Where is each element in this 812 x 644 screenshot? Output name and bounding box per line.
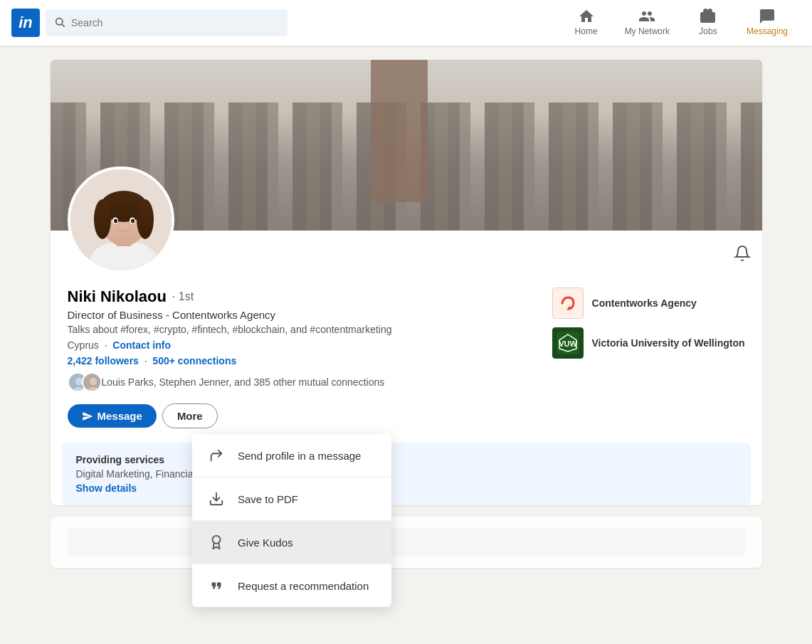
profile-right: Contentworks Agency VUW Victoria Univers… [552, 287, 745, 428]
main-content: Niki Nikolaou · 1st Director of Business… [51, 46, 762, 568]
services-list: Digital Marketing, Financial Analysis, S… [76, 468, 737, 480]
profile-location: Cyprus · Contact info [68, 339, 552, 351]
svg-line-1 [62, 24, 65, 27]
nav-items: Home My Network Jobs Messaging [561, 0, 801, 46]
nav-item-messaging[interactable]: Messaging [734, 0, 801, 46]
vuw-name: Victoria University of Wellington [592, 337, 745, 349]
home-label: Home [575, 26, 598, 36]
profile-name: Niki Nikolaou [68, 287, 167, 306]
services-title: Providing services [76, 454, 737, 465]
more-button[interactable]: More [162, 403, 218, 428]
quote-icon [206, 576, 226, 596]
svg-point-18 [90, 378, 97, 386]
profile-left: Niki Nikolaou · 1st Director of Business… [68, 287, 552, 428]
messaging-icon [759, 8, 776, 25]
profile-title: Director of Business - Contentworks Agen… [68, 309, 552, 321]
dropdown-save-pdf[interactable]: Save to PDF [192, 477, 391, 521]
dropdown-give-kudos[interactable]: Give Kudos [192, 521, 391, 564]
nav-item-jobs[interactable]: Jobs [682, 0, 734, 46]
vuw-logo: VUW [552, 327, 584, 359]
messaging-label: Messaging [747, 26, 788, 36]
nav-item-my-network[interactable]: My Network [612, 0, 682, 46]
profile-actions: Message More [68, 403, 552, 428]
show-details-link[interactable]: Show details [76, 482, 137, 494]
dropdown-save-pdf-label: Save to PDF [238, 493, 298, 505]
award-icon [206, 532, 226, 552]
jobs-label: Jobs [699, 26, 717, 36]
contentworks-name: Contentworks Agency [592, 297, 697, 309]
my-network-label: My Network [625, 26, 670, 36]
forward-icon [206, 445, 226, 465]
avatar-image [70, 169, 172, 270]
svg-point-9 [137, 199, 154, 239]
followers-count[interactable]: 2,422 [68, 355, 93, 366]
activity-card [51, 517, 762, 568]
dropdown-request-recommendation-label: Request a recommendation [238, 580, 369, 592]
profile-main: Niki Nikolaou · 1st Director of Business… [68, 287, 745, 428]
svg-point-13 [131, 219, 135, 223]
company-item-vuw[interactable]: VUW Victoria University of Wellington [552, 327, 745, 359]
svg-text:VUW: VUW [559, 339, 577, 348]
services-card: Providing services Digital Marketing, Fi… [62, 443, 751, 505]
search-icon [54, 16, 65, 30]
profile-degree: · 1st [172, 290, 194, 303]
contentworks-logo [552, 287, 584, 319]
contact-info-link[interactable]: Contact info [112, 339, 171, 351]
connections-label[interactable]: 500+ connections [152, 355, 236, 366]
profile-card: Niki Nikolaou · 1st Director of Business… [51, 60, 762, 505]
dropdown-request-recommendation[interactable]: Request a recommendation [192, 564, 391, 607]
bell-icon[interactable] [734, 245, 751, 265]
activity-placeholder [68, 528, 745, 556]
linkedin-logo[interactable]: in [11, 9, 40, 37]
profile-avatar[interactable] [68, 167, 174, 273]
mutual-connections-text: Louis Parks, Stephen Jenner, and 385 oth… [102, 376, 385, 388]
mutual-avatars [68, 372, 96, 392]
profile-talks: Talks about #forex, #crypto, #fintech, #… [68, 324, 552, 335]
network-icon [638, 8, 655, 25]
more-dropdown-menu: Send profile in a message Save to PDF Gi… [192, 434, 391, 607]
profile-name-row: Niki Nikolaou · 1st [68, 287, 552, 306]
dropdown-send-profile-label: Send profile in a message [238, 450, 361, 462]
mutual-connections: Louis Parks, Stephen Jenner, and 385 oth… [68, 372, 552, 392]
search-bar[interactable] [46, 9, 288, 36]
mutual-avatar-2 [82, 372, 102, 392]
jobs-icon [700, 8, 717, 25]
search-input[interactable] [71, 17, 279, 28]
message-button[interactable]: Message [68, 404, 157, 428]
svg-point-20 [558, 293, 578, 313]
profile-stats: 2,422 followers · 500+ connections [68, 355, 552, 366]
download-icon [206, 489, 226, 509]
navbar: in Home My Network Jobs [0, 0, 812, 46]
send-icon [82, 411, 93, 422]
company-item-contentworks[interactable]: Contentworks Agency [552, 287, 745, 319]
home-icon [578, 8, 595, 25]
svg-point-8 [94, 199, 111, 239]
nav-item-home[interactable]: Home [561, 0, 612, 46]
svg-point-0 [56, 18, 63, 24]
svg-point-12 [114, 219, 117, 223]
followers-label: followers [95, 355, 138, 366]
dropdown-send-profile[interactable]: Send profile in a message [192, 434, 391, 477]
dropdown-give-kudos-label: Give Kudos [238, 537, 293, 549]
